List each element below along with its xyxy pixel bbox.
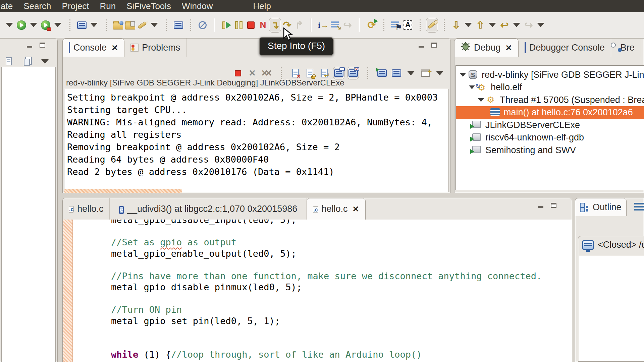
code-editor[interactable]: metal_gpio_disable_input(led0, 5); //Set…: [63, 220, 572, 362]
show-stderr-button[interactable]: ✕: [347, 67, 359, 79]
new-dropdown-icon[interactable]: [3, 18, 15, 33]
toolbar-separator: [275, 67, 287, 79]
code-line: metal_gpio_enable_output(led0, 5);: [89, 248, 542, 259]
suspend-button[interactable]: [233, 18, 245, 33]
console-output[interactable]: Setting breakpoint @ address 0x200102A6,…: [64, 89, 448, 192]
previous-annotation-dropdown-icon[interactable]: [486, 18, 498, 33]
expander-icon[interactable]: [478, 98, 484, 102]
close-icon[interactable]: ✕: [111, 43, 118, 53]
terminal-content[interactable]: [579, 256, 644, 361]
sort-icon[interactable]: [634, 203, 644, 212]
back-dropdown-icon[interactable]: [511, 18, 523, 33]
explorer-content[interactable]: [1, 67, 56, 362]
open-console-view-button[interactable]: [172, 18, 184, 33]
horizontal-scrollbar[interactable]: [64, 189, 182, 193]
menu-item-help[interactable]: Help: [248, 1, 276, 11]
debug-tree-row[interactable]: riscv64-unknown-elf-gdb: [456, 131, 644, 144]
back-button[interactable]: ↩: [498, 18, 511, 33]
menu-item-search[interactable]: Search: [18, 1, 56, 11]
maximize-icon[interactable]: [551, 203, 556, 208]
show-stdout-button[interactable]: [333, 67, 344, 79]
maximize-icon[interactable]: [40, 43, 45, 48]
open-console-button[interactable]: [420, 67, 431, 79]
debug-tree-row[interactable]: Semihosting and SWV: [456, 144, 644, 157]
tab-problems[interactable]: Problems: [124, 39, 186, 57]
expander-icon[interactable]: [469, 85, 475, 89]
marker-pen-button[interactable]: [136, 18, 148, 33]
terminal-row-label: <Closed> /de: [598, 240, 644, 250]
instruction-stepping-mode-button[interactable]: ↘: [329, 18, 341, 33]
minimize-icon[interactable]: [538, 206, 543, 208]
menu-item-project[interactable]: Project: [57, 1, 95, 11]
terminate-console-button[interactable]: [232, 67, 244, 79]
minimize-icon[interactable]: [419, 46, 424, 48]
word-wrap-button[interactable]: ↵: [319, 67, 330, 79]
menu-item-run[interactable]: Run: [94, 1, 121, 11]
menu-item-window[interactable]: Window: [176, 1, 218, 11]
debug-tree-row[interactable]: ⚙Thread #1 57005 (Suspended : Breakpo: [456, 94, 644, 106]
close-icon[interactable]: ✕: [505, 43, 512, 53]
step-into-button[interactable]: ↴: [269, 18, 281, 33]
tab-debug[interactable]: Debug✕: [454, 39, 519, 57]
terminal-icon: [472, 146, 482, 155]
show-type-names-button[interactable]: A: [402, 18, 414, 33]
restart-button[interactable]: ⟳: [366, 18, 378, 33]
terminate-button[interactable]: [245, 18, 257, 33]
maximize-icon[interactable]: [431, 43, 437, 48]
debug-tree-row[interactable]: main() at hello.c:76 0x200102a6: [456, 106, 644, 119]
main-toolbar: N↴↷↱i→↘↪⟳⚑A⇩⇧↩↪: [0, 12, 644, 38]
tab-hello-c[interactable]: .chello.c✕: [307, 198, 366, 220]
terminal-row[interactable]: <Closed> /de: [578, 236, 644, 253]
debug-tree-row[interactable]: Sred-v-blinky [SiFive GDB SEGGER J-Link …: [456, 68, 644, 81]
console-line: Removing breakpoint @ address 0x200102A6…: [67, 141, 448, 153]
minimize-icon[interactable]: [27, 46, 32, 48]
tab-debugger-console[interactable]: Debugger Console: [519, 39, 611, 57]
run-button[interactable]: [15, 18, 28, 33]
step-return-button[interactable]: ↱: [293, 18, 305, 33]
move-to-line-button[interactable]: ↪: [341, 18, 354, 33]
pin-console-button[interactable]: [376, 67, 388, 79]
menu-item-ate[interactable]: ate: [0, 1, 18, 11]
run-dropdown-icon[interactable]: [28, 18, 40, 33]
pen-dropdown-icon[interactable]: [148, 18, 160, 33]
debug-button[interactable]: [40, 18, 52, 33]
display-console-dropdown-icon[interactable]: [405, 67, 417, 79]
menu-item-sifivetools[interactable]: SiFiveTools: [121, 1, 176, 11]
import-folder-button[interactable]: [112, 18, 124, 33]
clear-console-button[interactable]: ✕: [290, 67, 301, 79]
tab-label: Debug: [474, 43, 501, 53]
profile-button[interactable]: ⚑: [390, 18, 402, 33]
highlight-button[interactable]: [426, 18, 438, 33]
forward-dropdown-icon[interactable]: [535, 18, 547, 33]
close-icon[interactable]: ✕: [353, 204, 359, 214]
next-annotation-button[interactable]: ⇩: [450, 18, 462, 33]
tab-outline[interactable]: Outline: [575, 198, 627, 216]
next-annotation-dropdown-icon[interactable]: [462, 18, 474, 33]
remove-all-terminated-button[interactable]: ✕✕: [261, 67, 272, 79]
debug-tree-row[interactable]: ⚙↻hello.elf: [456, 81, 644, 94]
tab-console[interactable]: Console✕: [62, 39, 124, 57]
scroll-lock-button[interactable]: [304, 67, 316, 79]
open-console-dropdown-icon[interactable]: [434, 67, 445, 79]
editor-annotation-gutter[interactable]: [63, 220, 73, 362]
instruction-step-button[interactable]: i→: [317, 18, 329, 33]
skip-all-breakpoints-button[interactable]: [197, 18, 209, 33]
tab--udivdi3-at-libgcc2-c-1-070-0x20015986[interactable]: c__udivdi3() at libgcc2.c:1,070 0x200159…: [110, 198, 307, 220]
debug-tree-row[interactable]: JLinkGDBServerCLExe: [456, 119, 644, 131]
remove-launch-button[interactable]: ✕: [247, 67, 258, 79]
tab-hello-c[interactable]: .chello.c: [63, 198, 110, 220]
debug-dropdown-icon[interactable]: [52, 18, 64, 33]
resume-button[interactable]: [221, 18, 233, 33]
previous-annotation-button[interactable]: ⇧: [474, 18, 486, 33]
tab-bre[interactable]: Bre: [611, 39, 641, 57]
expander-icon[interactable]: [460, 73, 466, 77]
open-project-button[interactable]: [124, 18, 136, 33]
code-segment-plain: [89, 271, 111, 281]
open-perspective-button[interactable]: [76, 18, 88, 33]
perspective-dropdown-icon[interactable]: [88, 18, 100, 33]
disconnect-button[interactable]: N: [257, 18, 269, 33]
code-segment-plain: [89, 304, 111, 315]
display-console-button[interactable]: [391, 67, 402, 79]
forward-button[interactable]: ↪: [523, 18, 535, 33]
toolbar-separator: [160, 18, 172, 33]
